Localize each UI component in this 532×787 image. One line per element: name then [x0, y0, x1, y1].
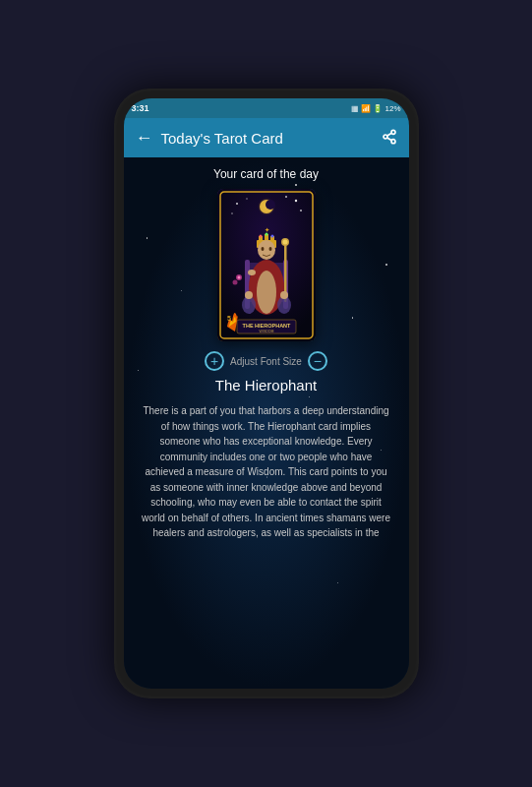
svg-text:✦: ✦ [264, 227, 268, 233]
svg-point-33 [282, 240, 287, 245]
svg-point-15 [285, 196, 287, 198]
font-decrease-button[interactable]: − [308, 351, 327, 371]
wifi-icon: ▦ [351, 104, 359, 113]
card-of-day-label: Your card of the day [213, 167, 319, 181]
svg-point-34 [248, 270, 256, 275]
plus-icon: + [210, 354, 218, 368]
card-title: The Hierophant [215, 377, 317, 394]
svg-point-9 [266, 200, 275, 210]
svg-text:THE HIEROPHANT: THE HIEROPHANT [242, 323, 291, 329]
svg-point-41 [232, 280, 237, 285]
main-content: Your card of the day [124, 157, 409, 689]
svg-point-14 [246, 198, 248, 200]
app-bar: ← Today's Tarot Card [124, 118, 409, 157]
svg-text:WISDOM: WISDOM [259, 330, 273, 333]
phone-frame: 3:31 ▦ 📶 🔋 12% ← Today's Tarot Card [114, 89, 419, 698]
content-inner: Your card of the day [124, 157, 409, 551]
svg-point-20 [257, 271, 276, 314]
font-increase-button[interactable]: + [205, 351, 224, 371]
status-icons: ▦ 📶 🔋 12% [351, 104, 400, 113]
signal-icon: 📶 [361, 104, 371, 113]
svg-line-4 [386, 133, 391, 136]
share-button[interactable] [382, 129, 397, 148]
svg-point-13 [300, 210, 302, 212]
svg-line-3 [386, 138, 391, 141]
svg-point-10 [236, 203, 238, 205]
card-description: There is a part of you that harbors a de… [136, 403, 397, 541]
svg-point-36 [245, 291, 253, 299]
tarot-card-image: ✦ THE HIEROPHANT WISDOM 5 [217, 189, 316, 341]
status-bar: 3:31 ▦ 📶 🔋 12% [124, 98, 409, 118]
font-control-label: Adjust Font Size [230, 356, 302, 367]
svg-point-40 [237, 276, 240, 279]
svg-point-38 [280, 291, 288, 299]
status-time: 3:31 [132, 103, 149, 113]
svg-point-29 [261, 247, 264, 251]
svg-point-25 [259, 235, 262, 238]
app-title: Today's Tarot Card [161, 130, 382, 147]
svg-point-11 [294, 200, 296, 202]
battery-icon: 🔋 [373, 104, 383, 113]
phone-screen: 3:31 ▦ 📶 🔋 12% ← Today's Tarot Card [124, 98, 409, 689]
svg-point-30 [268, 247, 271, 251]
minus-icon: − [314, 354, 322, 368]
svg-point-28 [258, 240, 275, 260]
svg-point-27 [270, 235, 273, 238]
battery-percent: 12% [384, 104, 400, 113]
svg-point-12 [231, 212, 233, 214]
font-controls: + Adjust Font Size − [205, 351, 327, 371]
svg-text:5: 5 [227, 315, 231, 322]
back-button[interactable]: ← [136, 128, 153, 149]
